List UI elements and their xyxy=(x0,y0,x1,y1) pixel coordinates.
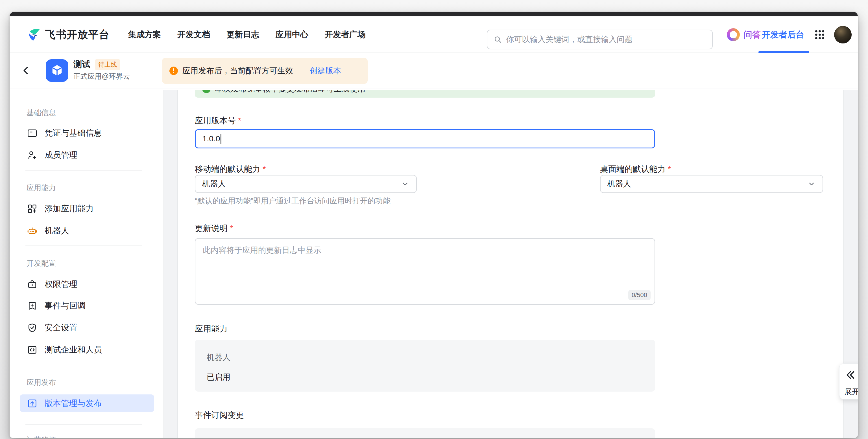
sidebar-item-label: 安全设置 xyxy=(44,322,78,334)
sidebar-item-members[interactable]: 成员管理 xyxy=(27,147,78,164)
sidebar-divider xyxy=(25,424,142,425)
sidebar-item-version-release[interactable]: 版本管理与发布 xyxy=(27,395,102,412)
update-notes-textarea[interactable] xyxy=(195,238,655,305)
nav-link-changelog[interactable]: 更新日志 xyxy=(226,29,259,40)
mobile-capability-value: 机器人 xyxy=(202,178,226,189)
sidebar-item-credentials[interactable]: 凭证与基础信息 xyxy=(27,125,102,142)
capability-hint: “默认的应用功能”即用户通过工作台访问应用时打开的功能 xyxy=(195,196,391,206)
sidebar-section-basic-info: 基础信息 xyxy=(27,108,56,117)
left-scroll-gutter xyxy=(163,90,178,438)
capability-section-title: 应用能力 xyxy=(195,323,227,335)
developer-console-link[interactable]: 开发者后台 xyxy=(762,16,804,53)
sidebar-item-label: 测试企业和人员 xyxy=(44,344,102,356)
browser-window: 飞书开放平台 集成方案 开发文档 更新日志 应用中心 开发者广场 你可以输入关键… xyxy=(9,12,858,438)
sidebar: 基础信息 凭证与基础信息 成员管理 xyxy=(9,90,163,438)
sidebar-section-monitoring: 运营监控 xyxy=(27,435,56,438)
back-chevron-icon[interactable] xyxy=(21,65,31,76)
feishu-logo-icon xyxy=(27,27,42,42)
id-card-icon xyxy=(27,128,38,139)
success-notice-text: 本次发布免审核，提交发布后即可上线使用 xyxy=(215,90,365,94)
capability-summary-box: 机器人 已启用 xyxy=(195,340,655,392)
char-counter: 0/500 xyxy=(628,290,651,300)
capability-status: 已启用 xyxy=(207,372,655,382)
required-mark: * xyxy=(262,165,266,173)
event-subscription-box xyxy=(195,428,655,438)
warning-icon xyxy=(169,67,178,75)
warning-text: 应用发布后，当前配置方可生效 xyxy=(182,65,293,76)
desktop-capability-select[interactable]: 机器人 xyxy=(600,175,823,193)
expand-panel-button[interactable]: 展开 xyxy=(839,363,858,400)
qa-gradient-ring-icon xyxy=(727,28,740,41)
check-circle-icon xyxy=(202,90,211,93)
update-notes-label: 更新说明* xyxy=(195,223,233,234)
desktop-capability-value: 机器人 xyxy=(608,178,631,189)
sidebar-item-label: 版本管理与发布 xyxy=(44,398,102,409)
shield-check-icon xyxy=(27,322,38,334)
app-title: 测试 xyxy=(73,59,90,70)
sidebar-item-label: 凭证与基础信息 xyxy=(44,128,102,139)
upload-square-icon xyxy=(27,398,38,409)
event-section-title: 事件订阅变更 xyxy=(195,410,244,421)
sidebar-item-bot[interactable]: 机器人 xyxy=(27,222,69,239)
code-square-icon xyxy=(27,344,38,356)
required-mark: * xyxy=(668,165,671,173)
nav-link-dev-plaza[interactable]: 开发者广场 xyxy=(325,29,366,40)
sidebar-item-add-capability[interactable]: 添加应用能力 xyxy=(27,200,94,217)
app-icon xyxy=(46,59,68,82)
required-mark: * xyxy=(238,116,241,125)
qa-button[interactable]: 问答 xyxy=(727,16,761,53)
content-area: 基础信息 凭证与基础信息 成员管理 xyxy=(9,90,858,438)
desktop-capability-label: 桌面端的默认能力* xyxy=(600,164,671,175)
nav-link-app-center[interactable]: 应用中心 xyxy=(276,29,308,40)
feishu-logo-text: 飞书开放平台 xyxy=(45,16,110,53)
sidebar-divider xyxy=(25,245,142,246)
briefcase-lock-icon xyxy=(27,279,38,290)
publish-warning-banner: 应用发布后，当前配置方可生效 创建版本 xyxy=(162,58,368,84)
sidebar-divider xyxy=(25,366,142,366)
double-chevron-left-icon xyxy=(844,369,856,381)
capability-name: 机器人 xyxy=(207,352,655,363)
app-subtitle: 正式应用@环界云 xyxy=(73,72,130,81)
sidebar-section-dev-config: 开发配置 xyxy=(27,259,56,268)
robot-icon xyxy=(27,225,38,236)
bookmark-plus-icon xyxy=(27,300,38,311)
sidebar-item-label: 权限管理 xyxy=(44,279,78,290)
apps-grid-icon[interactable] xyxy=(814,29,826,41)
sidebar-item-label: 成员管理 xyxy=(44,149,78,161)
update-notes-wrapper: 0/500 xyxy=(195,238,655,305)
sidebar-item-test-org[interactable]: 测试企业和人员 xyxy=(27,341,102,358)
top-navbar: 飞书开放平台 集成方案 开发文档 更新日志 应用中心 开发者广场 你可以输入关键… xyxy=(9,16,858,53)
sidebar-section-capabilities: 应用能力 xyxy=(27,183,56,193)
sidebar-item-security[interactable]: 安全设置 xyxy=(27,319,78,336)
nav-link-docs[interactable]: 开发文档 xyxy=(177,29,210,40)
grid-plus-icon xyxy=(27,203,38,214)
nav-link-integration[interactable]: 集成方案 xyxy=(128,29,161,40)
version-label: 应用版本号* xyxy=(195,115,241,126)
sidebar-item-events[interactable]: 事件与回调 xyxy=(27,297,86,314)
sidebar-item-label: 事件与回调 xyxy=(44,300,86,311)
sidebar-item-label: 机器人 xyxy=(44,225,69,236)
desktop-background: 飞书开放平台 集成方案 开发文档 更新日志 应用中心 开发者广场 你可以输入关键… xyxy=(0,0,868,439)
qa-label: 问答 xyxy=(744,29,761,41)
text-cursor xyxy=(220,134,221,144)
search-input[interactable]: 你可以输入关键词，或直接输入问题 xyxy=(487,30,713,49)
app-header: 测试 待上线 正式应用@环界云 应用发布后，当前配置方可生效 创建版本 xyxy=(9,53,858,89)
sidebar-item-permissions[interactable]: 权限管理 xyxy=(27,276,78,293)
user-avatar[interactable] xyxy=(834,26,851,43)
create-version-link[interactable]: 创建版本 xyxy=(309,65,341,76)
sidebar-divider xyxy=(25,170,142,171)
search-icon xyxy=(494,35,502,44)
chevron-down-icon xyxy=(401,180,409,188)
status-badge: 待上线 xyxy=(95,59,120,70)
sidebar-section-release: 应用发布 xyxy=(27,377,56,387)
version-value: 1.0.0 xyxy=(203,134,220,143)
version-form: 本次发布免审核，提交发布后即可上线使用 应用版本号* 1.0.0 移动端的默认能… xyxy=(178,90,843,438)
mobile-capability-select[interactable]: 机器人 xyxy=(195,175,417,193)
mobile-capability-label: 移动端的默认能力* xyxy=(195,164,266,175)
expand-label: 展开 xyxy=(844,387,858,397)
required-mark: * xyxy=(230,224,233,233)
version-input[interactable]: 1.0.0 xyxy=(195,129,655,148)
window-titlebar-strip xyxy=(9,12,858,16)
success-notice-clipped: 本次发布免审核，提交发布后即可上线使用 xyxy=(195,90,655,98)
chevron-down-icon xyxy=(807,180,816,188)
